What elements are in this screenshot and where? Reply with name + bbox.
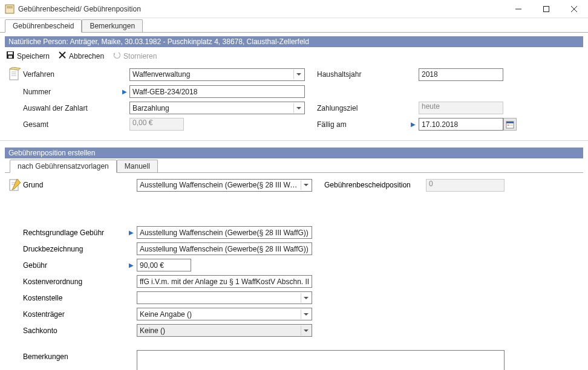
svg-rect-19 (506, 122, 514, 123)
save-button[interactable]: Speichern (6, 51, 50, 61)
rechtsgrundlage-field[interactable] (137, 226, 312, 239)
svg-marker-29 (304, 329, 309, 332)
tab-gebuehrenbescheid[interactable]: Gebührenbescheid (5, 19, 82, 33)
label-gebuehr: Gebühr (23, 261, 126, 270)
svg-rect-7 (8, 52, 13, 54)
separator (0, 140, 588, 148)
document-icon (6, 67, 23, 82)
zahlart-select[interactable]: Barzahlung (129, 102, 305, 114)
gebuehr-field[interactable] (137, 259, 191, 271)
svg-rect-12 (10, 69, 18, 80)
label-gesamt: Gesamt (23, 120, 120, 129)
cancel-icon (58, 51, 67, 61)
bemerkungen-textarea[interactable] (137, 350, 505, 370)
gesamt-field: 0,00 € (129, 118, 184, 131)
svg-rect-22 (511, 125, 512, 126)
label-zahlungsziel: Zahlungsziel (317, 104, 408, 112)
main-tabs: Gebührenbescheid Bemerkungen (0, 18, 588, 33)
label-faellig: Fällig am (317, 120, 408, 129)
zahlungsziel-field: heute (419, 102, 503, 114)
svg-rect-20 (508, 125, 509, 126)
close-button[interactable] (560, 0, 588, 18)
window-controls (505, 0, 588, 18)
svg-marker-16 (296, 73, 301, 76)
svg-rect-21 (509, 125, 511, 126)
date-picker-button[interactable] (503, 118, 517, 131)
label-sachkonto: Sachkonto (23, 326, 126, 335)
tab-nach-vorlagen[interactable]: nach Gebührensatzvorlagen (10, 160, 117, 173)
svg-rect-1 (7, 6, 13, 8)
label-kostenvo: Kostenverordnung (23, 278, 126, 286)
haushaltsjahr-field[interactable] (419, 68, 503, 81)
label-grund: Grund (23, 181, 126, 189)
person-info-banner: Natürliche Person: Anträger, Maike, 30.0… (5, 36, 583, 47)
chevron-down-icon (293, 70, 303, 79)
chevron-down-icon (293, 103, 303, 113)
svg-rect-3 (544, 6, 549, 11)
cancel-button[interactable]: Abbrechen (58, 51, 104, 61)
undo-icon (113, 51, 121, 61)
sub-tabs: nach Gebührensatzvorlagen Manuell (5, 160, 583, 173)
toolbar: Speichern Abbrechen Stornieren (0, 47, 588, 65)
svg-rect-8 (8, 56, 12, 58)
arrow-icon: ▶ (120, 88, 129, 95)
window-title: Gebührenbescheid/ Gebührenposition (18, 5, 505, 13)
svg-marker-28 (304, 313, 309, 316)
label-kostentraeger: Kostenträger (23, 310, 126, 319)
section-title-gebuehrenposition: Gebührenposition erstellen (5, 148, 583, 158)
maximize-button[interactable] (532, 0, 560, 18)
sachkonto-select[interactable]: Keine () (137, 324, 312, 337)
bescheidposition-field: 0 (426, 179, 505, 192)
label-rechtsgrundlage: Rechtsgrundlage Gebühr (23, 229, 126, 237)
arrow-icon: ▶ (126, 229, 137, 236)
arrow-icon: ▶ (126, 262, 137, 268)
label-kostenstelle: Kostenstelle (23, 294, 126, 302)
kostenverordnung-field[interactable] (137, 275, 312, 288)
label-druck: Druckbezeichnung (23, 245, 126, 253)
chevron-down-icon (301, 326, 310, 336)
label-bescheidposition: Gebührenbescheidposition (324, 181, 415, 189)
label-nummer: Nummer (23, 88, 120, 96)
storno-button: Stornieren (113, 51, 157, 61)
kostenstelle-select[interactable] (137, 291, 312, 304)
app-icon (5, 4, 15, 14)
arrow-icon: ▶ (408, 121, 419, 128)
titlebar: Gebührenbescheid/ Gebührenposition (0, 0, 588, 18)
chevron-down-icon (301, 310, 310, 319)
grund-select[interactable]: Ausstellung Waffenschein (Gewerbe(§ 28 I… (137, 179, 312, 192)
label-bemerkungen: Bemerkungen (23, 350, 126, 361)
faellig-am-field[interactable] (419, 118, 503, 131)
verfahren-select[interactable]: Waffenverwaltung (129, 68, 305, 81)
svg-marker-27 (304, 297, 309, 299)
kostentraeger-select[interactable]: Keine Angabe () (137, 308, 312, 320)
svg-marker-17 (296, 107, 301, 109)
save-icon (6, 51, 15, 61)
svg-marker-26 (304, 184, 309, 186)
label-haushaltsjahr: Haushaltsjahr (317, 70, 408, 79)
edit-icon (6, 178, 23, 192)
chevron-down-icon (301, 180, 310, 190)
minimize-button[interactable] (505, 0, 532, 18)
tab-manuell[interactable]: Manuell (117, 160, 158, 172)
druck-field[interactable] (137, 242, 312, 255)
nummer-field[interactable] (129, 85, 305, 98)
tab-bemerkungen[interactable]: Bemerkungen (82, 19, 143, 32)
chevron-down-icon (301, 293, 310, 303)
label-verfahren: Verfahren (23, 70, 120, 79)
label-zahlart: Auswahl der Zahlart (23, 104, 120, 112)
